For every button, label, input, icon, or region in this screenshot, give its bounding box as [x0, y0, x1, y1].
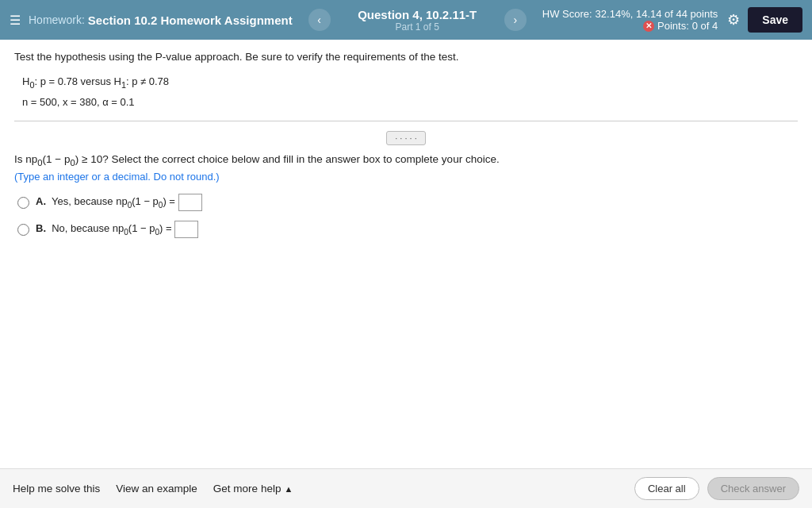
homework-title: Section 10.2 Homework Assignment — [88, 13, 293, 27]
collapse-bar: · · · · · — [14, 131, 798, 145]
bottom-right-actions: Clear all Check answer — [634, 477, 799, 500]
prev-question-button[interactable]: ‹ — [308, 9, 331, 31]
points-label: Points: — [657, 20, 689, 32]
choice-a-label: A. Yes, because np0(1 − p0) = — [36, 194, 202, 211]
get-more-help-button[interactable]: Get more help ▲ — [213, 483, 293, 495]
menu-icon[interactable]: ☰ — [10, 13, 21, 28]
problem-instruction: Test the hypothesis using the P-value ap… — [14, 51, 798, 63]
question-title: Question 4, 10.2.11-T — [358, 8, 477, 21]
help-me-solve-button[interactable]: Help me solve this — [13, 483, 100, 495]
check-answer-button[interactable]: Check answer — [707, 477, 799, 500]
points-value: 0 of 4 — [692, 20, 718, 32]
collapse-button[interactable]: · · · · · — [386, 131, 426, 145]
next-question-button[interactable]: › — [504, 9, 527, 31]
answer-instruction: (Type an integer or a decimal. Do not ro… — [14, 171, 798, 183]
question-subtitle: Part 1 of 5 — [396, 21, 439, 33]
choice-b-row: B. No, because np0(1 − p0) = — [17, 221, 798, 238]
choice-b-label: B. No, because np0(1 − p0) = — [36, 221, 198, 238]
question-text: Is np0(1 − p0) ≥ 10? Select the correct … — [14, 153, 798, 167]
hw-score-label: HW Score: — [542, 8, 592, 20]
top-header: ☰ Homework: Section 10.2 Homework Assign… — [0, 0, 812, 40]
choice-b-input[interactable] — [174, 221, 198, 238]
choices-container: A. Yes, because np0(1 − p0) = B. No, bec… — [17, 194, 798, 238]
hypothesis-line1: H0: p = 0.78 versus H1: p ≠ 0.78 — [22, 72, 798, 93]
hw-score-value: 32.14%, 14.14 of 44 points — [596, 8, 718, 20]
hypothesis-line2: n = 500, x = 380, α = 0.1 — [22, 93, 798, 111]
bottom-bar: Help me solve this View an example Get m… — [0, 468, 812, 508]
get-more-help-label: Get more help — [213, 483, 282, 495]
choice-a-row: A. Yes, because np0(1 − p0) = — [17, 194, 798, 211]
choice-b-radio[interactable] — [17, 224, 29, 236]
divider — [14, 121, 798, 121]
get-more-help-arrow-icon: ▲ — [284, 484, 293, 494]
view-example-button[interactable]: View an example — [116, 483, 197, 495]
homework-label: Homework: — [29, 13, 85, 26]
choice-a-input[interactable] — [178, 194, 202, 211]
main-content: Test the hypothesis using the P-value ap… — [0, 40, 812, 468]
save-button[interactable]: Save — [748, 7, 802, 33]
hypothesis-block: H0: p = 0.78 versus H1: p ≠ 0.78 n = 500… — [22, 72, 798, 111]
gear-button[interactable]: ⚙ — [727, 11, 740, 29]
choice-a-radio[interactable] — [17, 197, 29, 209]
x-icon: ✕ — [643, 21, 654, 32]
clear-all-button[interactable]: Clear all — [634, 477, 699, 500]
score-section: HW Score: 32.14%, 14.14 of 44 points ✕ P… — [542, 8, 718, 32]
